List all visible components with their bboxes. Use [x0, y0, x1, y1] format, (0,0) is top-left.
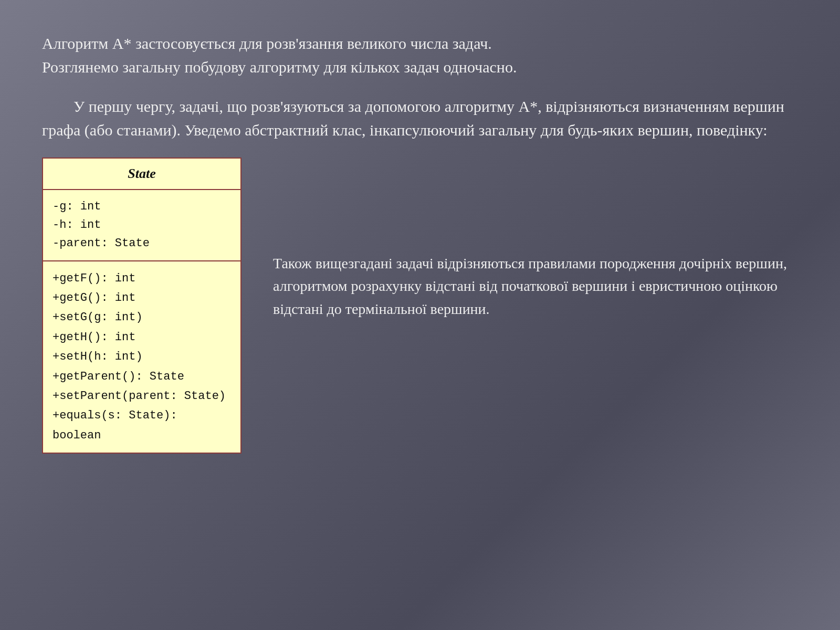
uml-field-h: -h: int [52, 216, 231, 234]
slide-container: Алгоритм А* застосовується для розв'язан… [0, 0, 840, 630]
content-area: State -g: int -h: int -parent: State +ge… [42, 158, 798, 454]
uml-methods-section: +getF(): int +getG(): int +setG(g: int) … [43, 261, 240, 453]
uml-method-geth: +getH(): int [52, 328, 231, 347]
uml-method-setparent: +setParent(parent: State) [52, 386, 231, 406]
side-paragraph: Також вищезгадані задачі відрізняються п… [273, 252, 798, 320]
intro-paragraph-1: Алгоритм А* застосовується для розв'язан… [42, 32, 798, 79]
uml-method-equals: +equals(s: State): boolean [52, 406, 231, 445]
intro-paragraph-2: У першу чергу, задачі, що розв'язуються … [42, 94, 798, 142]
uml-class-name: State [43, 159, 240, 190]
uml-method-getparent: +getParent(): State [52, 367, 231, 386]
uml-fields-section: -g: int -h: int -parent: State [43, 190, 240, 261]
intro-line1: Алгоритм А* застосовується для розв'язан… [42, 35, 492, 52]
uml-field-parent: -parent: State [52, 234, 231, 253]
uml-field-g: -g: int [52, 197, 231, 216]
uml-method-seth: +setH(h: int) [52, 347, 231, 366]
uml-class-diagram: State -g: int -h: int -parent: State +ge… [42, 158, 242, 454]
uml-method-getg: +getG(): int [52, 288, 231, 308]
uml-method-setg: +setG(g: int) [52, 308, 231, 327]
uml-method-getf: +getF(): int [52, 269, 231, 288]
intro-line2: Розглянемо загальну побудову алгоритму д… [42, 58, 517, 76]
